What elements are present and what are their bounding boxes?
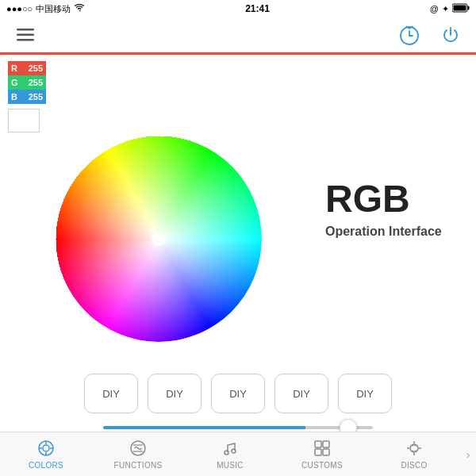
customs-icon (313, 440, 331, 459)
rgb-red-row: R 255 (8, 61, 46, 75)
r-value: 255 (21, 63, 43, 73)
b-value: 255 (21, 92, 43, 102)
main-content: R 255 G 255 B 255 RGB Operation Interfac… (0, 55, 476, 364)
r-label: R (11, 63, 21, 73)
svg-rect-21 (323, 441, 329, 447)
svg-rect-1 (467, 6, 469, 10)
diy-button-4[interactable]: DIY (274, 374, 328, 413)
diy-button-1[interactable]: DIY (84, 374, 138, 413)
bluetooth-icon: ✦ (442, 4, 449, 14)
diy-button-3[interactable]: DIY (211, 374, 265, 413)
rgb-green-row: G 255 (8, 75, 46, 90)
g-value: 255 (21, 78, 43, 87)
status-time: 21:41 (245, 3, 270, 14)
svg-point-10 (43, 445, 49, 451)
wifi-icon (74, 4, 85, 13)
tab-functions-label: FUNCTIONS (113, 461, 162, 470)
clock-button[interactable] (397, 22, 422, 48)
rgb-display: R 255 G 255 B 255 (8, 61, 46, 104)
carrier-name: 中国移动 (36, 3, 71, 15)
charging-icon: @ (430, 4, 439, 13)
status-right: @ ✦ (430, 3, 470, 14)
power-button[interactable] (438, 22, 463, 48)
svg-rect-20 (315, 441, 321, 447)
tab-music-label: MUSIC (217, 461, 244, 470)
brightness-track[interactable] (103, 426, 373, 429)
svg-rect-4 (17, 33, 34, 36)
tab-customs[interactable]: CUSTOMS (276, 432, 368, 476)
color-wheel[interactable] (56, 136, 262, 342)
tab-colors[interactable]: COLORS (0, 432, 92, 476)
signal-dots: ●●●○○ (6, 4, 33, 13)
svg-point-18 (225, 451, 228, 455)
tab-bar: COLORS FUNCTIONS MUSIC (0, 432, 476, 476)
color-wheel-container[interactable] (56, 136, 262, 342)
svg-rect-22 (315, 449, 321, 455)
left-panel: R 255 G 255 B 255 (8, 61, 309, 358)
diy-buttons-row: DIY DIY DIY DIY DIY (0, 367, 476, 420)
functions-icon (129, 440, 147, 459)
status-bar: ●●●○○ 中国移动 21:41 @ ✦ (0, 0, 476, 17)
right-panel: RGB Operation Interface (309, 61, 468, 358)
diy-button-5[interactable]: DIY (338, 374, 392, 413)
svg-rect-3 (17, 29, 34, 31)
tab-functions[interactable]: FUNCTIONS (92, 432, 184, 476)
b-label: B (11, 92, 21, 102)
disco-icon (405, 440, 423, 459)
status-left: ●●●○○ 中国移动 (6, 3, 85, 15)
color-swatch (8, 109, 40, 132)
svg-rect-5 (17, 39, 34, 41)
rgb-subtitle: Operation Interface (325, 225, 442, 239)
svg-rect-23 (323, 449, 329, 455)
svg-point-19 (232, 449, 236, 453)
nav-bar (0, 17, 476, 52)
rgb-title: RGB (325, 180, 410, 218)
music-icon (221, 440, 239, 459)
rgb-blue-row: B 255 (8, 90, 46, 104)
colors-icon (37, 440, 55, 459)
tab-arrow[interactable]: › (460, 432, 476, 476)
tab-disco-label: DISCO (401, 461, 427, 470)
tab-colors-label: COLORS (29, 461, 63, 470)
g-label: G (11, 78, 21, 87)
tab-disco[interactable]: DISCO (368, 432, 460, 476)
diy-button-2[interactable]: DIY (148, 374, 202, 413)
battery-icon (452, 3, 470, 14)
menu-button[interactable] (13, 22, 38, 48)
tab-music[interactable]: MUSIC (184, 432, 276, 476)
svg-rect-2 (453, 6, 466, 11)
tab-customs-label: CUSTOMS (301, 461, 343, 470)
